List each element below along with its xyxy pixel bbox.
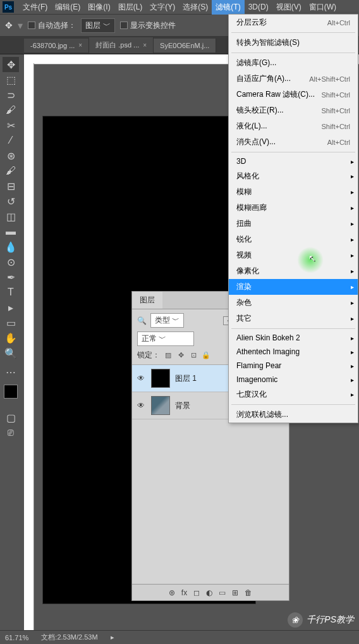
path-select-tool[interactable]: ▸ [3,300,19,315]
lock-all-icon[interactable]: 🔒 [200,350,212,361]
close-icon[interactable]: × [78,42,82,49]
menu-window[interactable]: 窗口(W) [305,0,340,15]
menu-separator [231,328,355,329]
screen-mode-icon[interactable]: ⎚ [3,425,19,440]
menu-item[interactable]: 浏览联机滤镜... [229,407,358,423]
menu-item[interactable]: 镜头校正(R)...Shift+Ctrl [229,102,358,118]
ruler-vertical [24,63,34,630]
visibility-icon[interactable]: 👁 [137,401,146,410]
type-tool[interactable]: T [3,285,19,300]
menu-filter[interactable]: 滤镜(T) [212,0,244,15]
menu-item[interactable]: Flaming Pear [229,359,358,373]
ps-logo-icon: Ps [3,1,14,13]
menu-item[interactable]: 3D [229,154,358,168]
filter-dropdown-menu: 分层云彩Alt+Ctrl转换为智能滤镜(S)滤镜库(G)...自适应广角(A).… [228,14,358,423]
layer-thumbnail[interactable] [151,369,170,388]
show-transform-label: 显示变换控件 [130,20,176,31]
lock-pixels-icon[interactable]: ▨ [162,350,174,361]
hand-tool[interactable]: ✋ [3,330,19,345]
close-icon[interactable]: × [143,42,147,49]
zoom-tool[interactable]: 🔍 [3,345,19,361]
link-layers-icon[interactable]: ⊛ [169,588,175,597]
menu-item[interactable]: 风格化 [229,168,358,184]
visibility-icon[interactable]: 👁 [137,374,146,383]
lasso-tool[interactable]: ⊃ [3,87,19,102]
menu-image[interactable]: 图像(I) [84,0,114,15]
layers-panel-footer: ⊛ fx ◻ ◐ ▭ ⊞ 🗑 [132,584,289,600]
menu-item[interactable]: 滤镜库(G)... [229,55,358,71]
quick-mask-icon[interactable]: ▢ [3,410,19,425]
menu-type[interactable]: 文字(Y) [146,0,179,15]
menu-item[interactable]: 渲染 [229,279,358,295]
layer-name[interactable]: 图层 1 [175,373,197,384]
menu-item[interactable]: 杂色 [229,295,358,311]
menu-item[interactable]: 模糊 [229,184,358,200]
menu-item[interactable]: 七度汉化 [229,387,358,402]
brush-tool[interactable]: 🖌 [3,163,19,178]
status-bar: 61.71% 文档:2.53M/2.53M ▸ [0,630,359,644]
dodge-tool[interactable]: ⊙ [3,254,19,269]
delete-layer-icon[interactable]: 🗑 [245,588,252,597]
eyedropper-tool[interactable]: ⁄ [3,133,19,148]
tab-2[interactable]: SyE0O6EnM.j... [154,39,216,53]
group-icon[interactable]: ▭ [219,588,226,597]
pen-tool[interactable]: ✒ [3,269,19,285]
menu-item[interactable]: Camera Raw 滤镜(C)...Shift+Ctrl [229,87,358,102]
new-layer-icon[interactable]: ⊞ [232,588,238,597]
auto-select-checkbox[interactable] [28,22,35,29]
menu-item[interactable]: 转换为智能滤镜(S) [229,35,358,51]
menu-item[interactable]: Athentech Imaging [229,345,358,359]
healing-tool[interactable]: ⊛ [3,148,19,163]
tab-1[interactable]: 封面白 .psd ...× [89,37,154,53]
menu-item[interactable]: 分层云彩Alt+Ctrl [229,15,358,30]
blend-mode-select[interactable]: 正常 ﹀ [137,331,194,346]
menu-item[interactable]: 消失点(V)...Alt+Ctrl [229,134,358,150]
menu-select[interactable]: 选择(S) [179,0,212,15]
menu-file[interactable]: 文件(F) [19,0,51,15]
layers-tab[interactable]: 图层 [132,292,162,309]
show-transform-checkbox[interactable] [120,22,128,29]
tab-0[interactable]: -638700.jpg ...× [24,39,89,53]
edit-toolbar[interactable]: ⋯ [3,364,19,380]
menu-3d[interactable]: 3D(D) [245,1,272,13]
layer-name[interactable]: 背景 [175,400,190,411]
history-brush-tool[interactable]: ↺ [3,194,19,209]
menu-item[interactable]: 视频 [229,247,358,263]
wechat-icon: ❀ [288,612,303,628]
zoom-level[interactable]: 61.71% [5,634,28,641]
menu-item[interactable]: 像素化 [229,263,358,279]
marquee-tool[interactable]: ⬚ [3,72,19,87]
layer-style-icon[interactable]: fx [181,588,187,597]
lock-artboard-icon[interactable]: ⊡ [188,350,199,361]
shape-tool[interactable]: ▭ [3,315,19,330]
menu-item[interactable]: Alien Skin Bokeh 2 [229,331,358,345]
move-tool-icon: ✥ [5,20,13,30]
menu-item[interactable]: 扭曲 [229,216,358,232]
foreground-color-swatch[interactable] [4,385,18,399]
menu-edit[interactable]: 编辑(E) [51,0,84,15]
layer-mask-icon[interactable]: ◻ [193,588,200,597]
toolbox: ✥ ⬚ ⊃ 🖌 ✂ ⁄ ⊛ 🖌 ⊟ ↺ ◫ ▬ 💧 ⊙ ✒ T ▸ ▭ ✋ 🔍 … [1,54,20,440]
menu-item[interactable]: 模糊画廊 [229,200,358,216]
eraser-tool[interactable]: ◫ [3,209,19,224]
menu-separator [231,53,355,53]
blur-tool[interactable]: 💧 [3,239,19,254]
adjustment-layer-icon[interactable]: ◐ [206,588,212,597]
menu-item[interactable]: 其它 [229,311,358,326]
layer-filter-select[interactable]: 类型 ﹀ [150,313,184,328]
quick-select-tool[interactable]: 🖌 [3,102,19,118]
menu-item[interactable]: 自适应广角(A)...Alt+Shift+Ctrl [229,71,358,87]
auto-select-dropdown[interactable]: 图层﹀ [81,18,115,33]
stamp-tool[interactable]: ⊟ [3,178,19,194]
gradient-tool[interactable]: ▬ [3,224,19,239]
move-tool[interactable]: ✥ [3,57,19,72]
menu-separator [231,404,355,405]
menu-item[interactable]: Imagenomic [229,373,358,387]
menu-layer[interactable]: 图层(L) [114,0,147,15]
menu-view[interactable]: 视图(V) [272,0,305,15]
layer-thumbnail[interactable] [151,396,170,415]
lock-position-icon[interactable]: ✥ [175,350,186,361]
menu-item[interactable]: 液化(L)...Shift+Ctrl [229,118,358,134]
menu-item[interactable]: 锐化 [229,232,358,247]
crop-tool[interactable]: ✂ [3,118,19,133]
